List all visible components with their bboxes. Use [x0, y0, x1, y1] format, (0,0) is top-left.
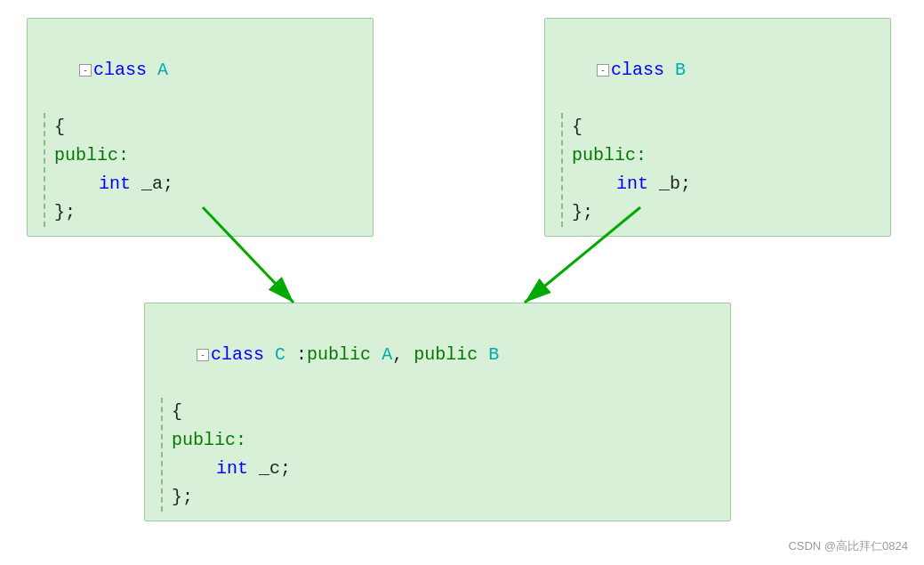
class-b-line1: { — [572, 113, 876, 141]
collapse-icon-a[interactable]: - — [79, 64, 92, 77]
collapse-icon-b[interactable]: - — [597, 64, 609, 77]
class-b-line4: }; — [572, 198, 876, 227]
class-a-line2: public: — [54, 141, 358, 170]
class-c-line2: public: — [172, 426, 716, 455]
class-c-body: { public: int _c; }; — [161, 398, 716, 512]
class-c-line3: int _c; — [172, 455, 716, 483]
class-a-line3: int _a; — [54, 170, 358, 198]
class-c-line1: { — [172, 398, 716, 426]
class-c-title: -class C :public A, public B — [154, 312, 716, 398]
watermark: CSDN @高比拜仁0824 — [788, 538, 908, 554]
collapse-icon-c[interactable]: - — [197, 349, 209, 361]
class-a-body: { public: int _a; }; — [44, 113, 358, 227]
class-c-line4: }; — [172, 483, 716, 512]
class-b-box: -class B { public: int _b; }; — [544, 18, 891, 237]
class-a-box: -class A { public: int _a; }; — [27, 18, 374, 237]
class-a-line1: { — [54, 113, 358, 141]
class-b-line3: int _b; — [572, 170, 876, 198]
class-a-line4: }; — [54, 198, 358, 227]
class-b-body: { public: int _b; }; — [561, 113, 876, 227]
class-b-line2: public: — [572, 141, 876, 170]
class-b-title: -class B — [554, 28, 876, 113]
class-a-title: -class A — [36, 28, 358, 113]
class-c-box: -class C :public A, public B { public: i… — [144, 303, 731, 521]
